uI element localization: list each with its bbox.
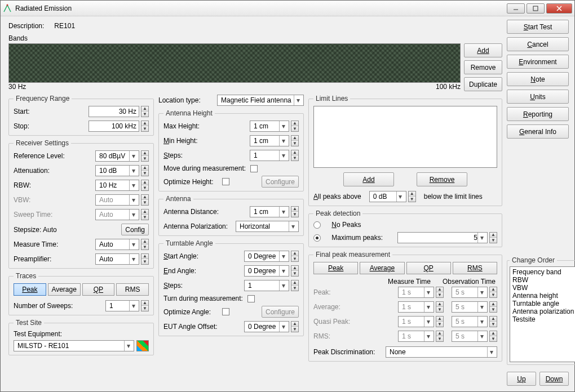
limit-lines-list[interactable]	[313, 106, 497, 168]
order-up-button[interactable]: Up	[507, 372, 536, 386]
receiver-settings-panel: Receiver Settings Reference Level: 80 dB…	[8, 139, 154, 269]
turntable-panel: Turntable Angle Start Angle: 0 Degree▾▲▼…	[158, 239, 304, 336]
frequency-range-panel: Frequency Range Start: ▲▼ Stop: ▲▼	[8, 95, 154, 136]
peak-detection-panel: Peak detection No Peaks Maximum peaks: 5…	[308, 210, 502, 247]
minimize-button[interactable]	[507, 3, 525, 14]
final-mt-input: 1 s▾	[398, 331, 434, 342]
freq-stop-spinner[interactable]: ▲▼	[141, 121, 149, 132]
titlebar[interactable]: Radiated Emission	[1, 1, 574, 16]
cancel-button[interactable]: Cancel	[507, 37, 569, 51]
order-item[interactable]: Antenna polarization	[512, 308, 574, 315]
final-mt-input: 1 s▾	[398, 301, 434, 313]
close-button[interactable]	[546, 3, 572, 14]
limit-add-button[interactable]: Add	[343, 172, 394, 186]
eut-offset-input[interactable]: 0 Degree▾	[244, 321, 289, 332]
bands-remove-button[interactable]: Remove	[464, 60, 502, 74]
final-qp-button[interactable]: QP	[406, 262, 451, 274]
trace-qp-button[interactable]: QP	[82, 283, 115, 296]
bands-stop-label: 100 kHz	[436, 83, 461, 91]
antenna-polarization-select[interactable]: Horizontal▾	[236, 221, 299, 232]
optimize-height-checkbox[interactable]	[222, 178, 229, 185]
angle-steps-input[interactable]: 1▾	[244, 280, 289, 291]
order-item[interactable]: RBW	[512, 276, 574, 284]
no-peaks-radio[interactable]	[313, 221, 321, 229]
measure-time-input[interactable]: Auto▾	[95, 239, 139, 250]
end-angle-input[interactable]: 0 Degree▾	[244, 265, 289, 277]
max-peaks-radio[interactable]	[313, 234, 321, 242]
units-button[interactable]: Units	[507, 90, 569, 104]
sweeps-input[interactable]: 1▾	[105, 300, 139, 311]
general-info-button[interactable]: General Info	[507, 124, 569, 139]
limit-remove-button[interactable]: Remove	[417, 172, 467, 186]
bands-duplicate-button[interactable]: Duplicate	[464, 77, 502, 91]
antenna-height-panel: Antenna Height Max Height: 1 cm▾▲▼ Min H…	[158, 109, 304, 191]
preamp-input[interactable]: Auto▾	[95, 253, 139, 265]
trace-average-button[interactable]: Average	[48, 283, 81, 296]
description-label: Description:	[8, 22, 44, 30]
final-rms-button[interactable]: RMS	[453, 262, 497, 274]
window-title: Radiated Emission	[15, 5, 72, 12]
reporting-button[interactable]: Reporting	[507, 107, 569, 121]
environment-button[interactable]: Environment	[507, 55, 569, 69]
window-frame: Radiated Emission Description: RE101 Ban…	[0, 0, 575, 392]
peak-discrimination-select[interactable]: None▾	[386, 346, 497, 358]
order-item[interactable]: Antenna height	[512, 292, 574, 300]
order-item[interactable]: Turntable angle	[512, 300, 574, 308]
ref-level-input[interactable]: 80 dBµV▾	[95, 150, 139, 162]
maximize-button[interactable]	[527, 3, 545, 14]
max-height-input[interactable]: 1 cm▾	[250, 121, 289, 132]
change-order-panel: Change Order Frequency bandRBWVBWAntenna…	[507, 256, 575, 365]
final-peak-panel: Final peak measurement Peak Average QP R…	[308, 251, 502, 362]
traces-panel: Traces Peak Average QP RMS Number of Swe…	[8, 272, 154, 315]
freq-start-input[interactable]	[89, 106, 139, 117]
final-ot-input: 5 s▾	[452, 287, 488, 298]
final-average-button[interactable]: Average	[360, 262, 404, 274]
svg-point-0	[7, 4, 8, 6]
height-configure-button[interactable]: Configure	[262, 176, 299, 188]
max-peaks-input[interactable]: 5▾	[397, 232, 488, 243]
final-mt-input: 1 s▾	[398, 316, 434, 327]
order-item[interactable]: Frequency band	[512, 268, 574, 276]
bands-chart[interactable]	[8, 43, 461, 83]
change-order-list[interactable]: Frequency bandRBWVBWAntenna heightTurnta…	[510, 266, 575, 362]
final-mt-input: 1 s▾	[398, 287, 434, 298]
vbw-input: Auto▾	[95, 194, 139, 206]
bands-add-button[interactable]: Add	[464, 43, 502, 57]
height-steps-input[interactable]: 1▾	[250, 150, 289, 161]
trace-peak-button[interactable]: Peak	[14, 283, 46, 296]
description-value: RE101	[54, 22, 75, 30]
location-type-select[interactable]: Magnetic Field antenna▾	[217, 95, 304, 106]
order-down-button[interactable]: Down	[539, 372, 569, 386]
attenuation-input[interactable]: 10 dB▾	[95, 165, 139, 176]
final-ot-input: 5 s▾	[452, 301, 488, 313]
sweep-time-input: Auto▾	[95, 209, 139, 220]
final-ot-input: 5 s▾	[452, 331, 488, 342]
start-angle-input[interactable]: 0 Degree▾	[244, 251, 289, 262]
turn-during-checkbox[interactable]	[247, 295, 255, 302]
antenna-distance-input[interactable]: 1 cm▾	[250, 206, 289, 217]
start-test-button[interactable]: Start Test	[507, 20, 569, 34]
test-equipment-select[interactable]: MILSTD - RE101▾	[14, 340, 134, 351]
min-height-input[interactable]: 1 cm▾	[250, 135, 289, 146]
bands-start-label: 30 Hz	[8, 83, 26, 91]
test-equipment-color-button[interactable]	[136, 340, 149, 351]
trace-rms-button[interactable]: RMS	[116, 283, 149, 296]
bands-legend: Bands	[8, 34, 502, 42]
order-item[interactable]: VBW	[512, 284, 574, 292]
svg-rect-2	[533, 6, 538, 11]
move-during-checkbox[interactable]	[250, 165, 258, 172]
final-peak-button[interactable]: Peak	[313, 262, 358, 274]
allpeaks-input[interactable]: 0 dB▾	[369, 191, 406, 202]
order-item[interactable]: Testsite	[512, 315, 574, 323]
test-site-panel: Test Site Test Equipment: MILSTD - RE101…	[8, 319, 154, 355]
limit-lines-panel: Limit Lines Add Remove All peaks above 0…	[308, 95, 502, 206]
note-button[interactable]: Note	[507, 72, 569, 86]
optimize-angle-checkbox[interactable]	[222, 308, 229, 315]
rbw-input[interactable]: 10 Hz▾	[95, 180, 139, 191]
freq-stop-input[interactable]	[89, 121, 139, 132]
angle-configure-button[interactable]: Configure	[262, 306, 299, 318]
app-icon	[3, 4, 12, 13]
freq-start-spinner[interactable]: ▲▼	[141, 106, 149, 117]
stepsize-config-button[interactable]: Config	[121, 224, 149, 235]
antenna-panel: Antenna Antenna Distance: 1 cm▾▲▼ Antenn…	[158, 195, 304, 236]
